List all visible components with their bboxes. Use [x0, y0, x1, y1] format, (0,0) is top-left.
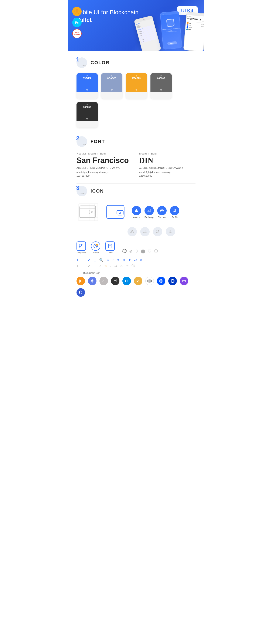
svg-point-56 — [171, 280, 172, 281]
svg-point-23 — [161, 210, 162, 211]
nav-profile-label: Profile — [172, 216, 178, 218]
svg-rect-18 — [117, 210, 123, 215]
cardano-icon — [168, 277, 177, 285]
font-grid: Regular ' Medium ' Bold San Francisco AB… — [76, 152, 196, 177]
svg-text:Z: Z — [137, 279, 139, 283]
nav-discover-label: Discover — [158, 216, 166, 218]
font-sf-style: Regular ' Medium ' Bold — [76, 152, 133, 155]
wallet-filled — [104, 202, 128, 223]
ghost-back-icon: ‹ — [110, 264, 111, 268]
svg-text:₿: ₿ — [79, 279, 81, 283]
message-icon: 🗨 — [148, 249, 152, 254]
order-icon — [106, 242, 115, 251]
mgmt-icon-management: Mangment — [76, 242, 86, 254]
waves-icon — [157, 277, 165, 285]
ghost-plus-icon: + — [76, 264, 78, 268]
polygon-icon — [180, 277, 188, 285]
font-title: FONT — [90, 139, 105, 144]
icon-section-number: 3 THREE — [76, 186, 87, 196]
check-icon: ✓ — [88, 258, 90, 262]
font-section: 2 TWO FONT Regular ' Medium ' Bold San F… — [68, 134, 204, 184]
nav-icon-assets: Assets — [132, 206, 141, 218]
svg-point-29 — [170, 230, 171, 232]
star-icon: ☆ — [106, 258, 110, 262]
blockchain-line — [76, 273, 82, 273]
chainlink-icon — [76, 288, 85, 297]
nav-icon-discover: Discover — [157, 206, 166, 218]
ghost-assets-icon — [128, 227, 137, 236]
font-din-nums: 1234567890 — [139, 174, 196, 177]
ghost-x-icon: ✕ — [120, 264, 123, 268]
search-icon: 🔍 — [99, 258, 104, 262]
svg-rect-16 — [107, 205, 124, 218]
svg-rect-31 — [79, 246, 81, 248]
small-utility-icons: 💬 ⊜ ☽ ⬤ 🗨 ⓘ — [122, 249, 158, 254]
back-icon: ‹ — [112, 258, 114, 262]
nav-exchange-label: Exchange — [144, 216, 154, 218]
note-icon: 🗒 — [82, 258, 85, 262]
svg-rect-26 — [131, 231, 133, 233]
svg-point-27 — [156, 230, 159, 233]
management-label: Mangment — [77, 252, 86, 254]
nav-icon-profile: Profile — [170, 206, 179, 218]
sketch-badge — [72, 7, 82, 16]
svg-text:D: D — [125, 279, 128, 283]
font-din-lower: abcdefghijklmnopqrstuvwxyz — [139, 170, 196, 174]
svg-text:!: ! — [96, 244, 97, 246]
color-section-number: 1 ONE — [76, 58, 87, 68]
icon-title: ICON — [90, 188, 104, 194]
swap-icon: ⇄ — [134, 258, 137, 262]
blockchain-label: BlockChain Icon — [76, 272, 196, 274]
ghost-tool-icons-row: + 🗒 ✓ ⊞ ○ ☆ ‹ ⇒ ✕ ↷ ⓘ — [76, 264, 196, 268]
management-icon — [76, 242, 86, 251]
nav-assets-label: Assets — [133, 216, 140, 218]
svg-rect-17 — [107, 208, 124, 210]
svg-rect-12 — [80, 206, 96, 218]
nav-icons-ghost-row — [128, 227, 196, 236]
color-swatch-orange: # F5A623 — [126, 73, 147, 98]
profile-icon — [170, 206, 179, 215]
ghost-note-icon: 🗒 — [82, 264, 85, 268]
layers-icon: ⊜ — [129, 249, 132, 254]
font-din: Medium ' Bold DIN ABCDEFGHIJKLMNOPQRSTUV… — [139, 152, 196, 177]
settings-icon: ⚙ — [122, 258, 126, 262]
history-icon: ! — [91, 242, 100, 251]
hero-section: Mobile UI for Blockchain Wallet UI Kit P… — [68, 0, 204, 51]
ghost-info-icon: ⓘ — [132, 264, 135, 268]
icon-section-header: 3 THREE ICON — [76, 186, 196, 196]
close-icon: ✕ — [140, 258, 142, 262]
color-section-header: 1 ONE COLOR — [76, 58, 196, 68]
mgmt-icon-order: Order — [106, 242, 115, 254]
ghost-discover-icon — [153, 227, 162, 236]
phone-mockups: ●●● Profile A... Management Message Red … — [123, 4, 204, 51]
neo-icon — [111, 277, 120, 285]
qr-icon: ⊞ — [94, 258, 96, 262]
color-swatch-blue: # 3574FA — [76, 73, 98, 98]
ghost-profile-icon — [166, 227, 175, 236]
nav-icon-exchange: Exchange — [144, 206, 154, 218]
svg-point-55 — [172, 282, 173, 283]
color-swatch-slate: # 8DA0C8 — [101, 73, 122, 98]
svg-rect-30 — [79, 244, 81, 246]
svg-marker-52 — [160, 280, 162, 282]
litecoin-icon: Ł — [100, 277, 108, 285]
wallet-wireframe — [76, 202, 100, 223]
qtum-grid-icon — [145, 277, 154, 285]
ghost-exchange-icon — [140, 227, 150, 236]
history-label: History — [93, 252, 98, 254]
exchange-icon — [144, 206, 154, 215]
info-icon: ⓘ — [154, 249, 158, 254]
font-sf-name: San Francisco — [76, 156, 133, 165]
font-din-upper: ABCDEFGHIJKLMNOPQRSTUVWXYZ — [139, 166, 196, 170]
svg-marker-25 — [130, 230, 134, 233]
nav-icons-group: Assets Exchange Discover Profile — [132, 206, 179, 218]
font-section-number: 2 TWO — [76, 136, 87, 147]
zcash-icon: Z — [134, 277, 142, 285]
font-din-style: Medium ' Bold — [139, 152, 196, 155]
font-section-header: 2 TWO FONT — [76, 136, 196, 147]
color-title: COLOR — [90, 60, 110, 66]
ethereum-icon — [88, 277, 96, 285]
font-sf-lower: abcdefghijklmnopqrstuvwxyz — [76, 170, 133, 174]
font-sf-nums: 1234567890 — [76, 174, 133, 177]
svg-rect-21 — [136, 210, 137, 212]
